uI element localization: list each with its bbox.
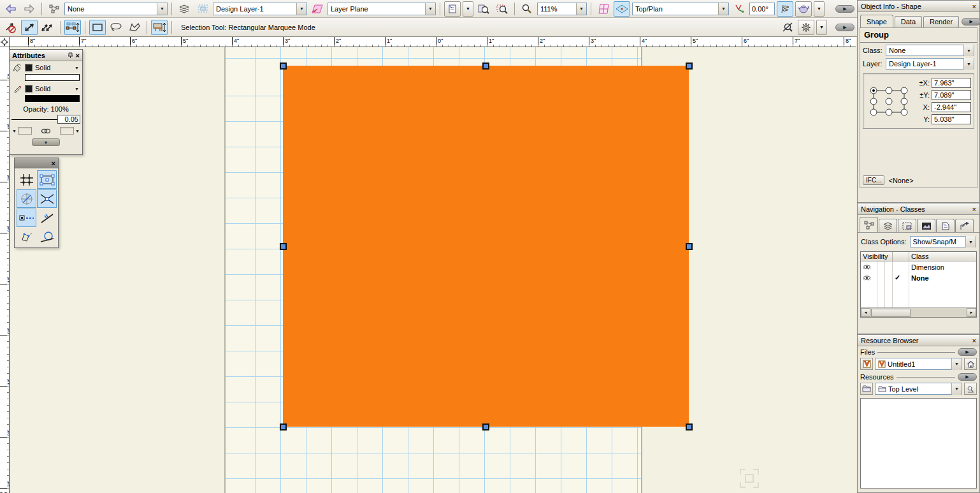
file-dropdown[interactable]: Untitled1 ▼ bbox=[875, 358, 962, 370]
tool-preferences-dropdown[interactable]: ▼ bbox=[816, 20, 827, 35]
end-marker-box[interactable] bbox=[60, 127, 74, 135]
resource-list[interactable] bbox=[860, 398, 977, 489]
nav-tab-classes[interactable] bbox=[860, 217, 878, 232]
line-weight-row[interactable]: 0.05 bbox=[10, 114, 82, 124]
close-icon[interactable]: × bbox=[972, 205, 976, 213]
chevron-down-icon[interactable]: ▼ bbox=[157, 3, 167, 15]
zoom-level-dropdown[interactable]: 111% ▼ bbox=[537, 3, 587, 15]
active-class-check[interactable] bbox=[893, 261, 909, 272]
chevron-down-icon[interactable]: ▼ bbox=[951, 383, 962, 395]
pin-icon[interactable] bbox=[68, 52, 73, 59]
chevron-down-icon[interactable]: ▼ bbox=[576, 3, 586, 15]
pen-color-swatch[interactable] bbox=[25, 85, 32, 92]
active-class-dropdown[interactable]: None ▼ bbox=[64, 3, 168, 15]
home-button[interactable] bbox=[964, 358, 977, 370]
visibility-column-header[interactable]: Visibility bbox=[861, 252, 893, 261]
snap-to-tangent-button[interactable] bbox=[37, 228, 57, 246]
interactive-scaling-mode[interactable] bbox=[40, 20, 56, 35]
layer-plane-mode-button[interactable] bbox=[777, 1, 793, 17]
nav-tab-references[interactable] bbox=[955, 219, 974, 232]
fit-page-button[interactable] bbox=[444, 1, 461, 17]
close-icon[interactable]: × bbox=[972, 337, 976, 344]
dy-input[interactable]: 7.089" bbox=[932, 90, 971, 100]
start-marker-box[interactable] bbox=[18, 127, 32, 135]
chevron-down-icon[interactable]: ▼ bbox=[963, 45, 974, 56]
render-mode-button[interactable] bbox=[795, 1, 812, 17]
chevron-down-icon[interactable]: ▼ bbox=[75, 87, 79, 91]
dx-input[interactable]: 7.963" bbox=[932, 78, 971, 88]
view-dropdown[interactable]: Top/Plan ▼ bbox=[632, 3, 729, 15]
snapping-palette-titlebar[interactable]: × bbox=[15, 158, 58, 168]
palette-expand-button[interactable]: ▼ bbox=[32, 138, 60, 146]
classes-hscrollbar[interactable]: ◄ ► bbox=[861, 307, 976, 317]
snap-to-distance-button[interactable] bbox=[17, 209, 36, 227]
link-markers-icon[interactable] bbox=[33, 128, 59, 134]
active-class-check[interactable]: ✓ bbox=[893, 272, 909, 283]
polygon-marquee-mode[interactable] bbox=[126, 20, 143, 35]
unified-view-button[interactable] bbox=[614, 1, 630, 17]
drawing-canvas[interactable] bbox=[10, 47, 856, 493]
horizontal-ruler[interactable]: 8"7"6"5"4"3"2"1"0"1"2"3"4"5"6"7"8" bbox=[10, 37, 856, 47]
smart-points-button[interactable] bbox=[17, 228, 36, 246]
close-icon[interactable]: × bbox=[52, 159, 55, 167]
chevron-down-icon[interactable]: ▼ bbox=[718, 3, 728, 15]
class-table-row[interactable]: Dimension bbox=[861, 261, 976, 272]
visibility-cell[interactable] bbox=[877, 261, 885, 272]
selection-handle-middle-left[interactable] bbox=[280, 243, 287, 250]
rectangular-marquee-mode[interactable] bbox=[89, 20, 106, 35]
tabs-overflow-button[interactable]: ▶ bbox=[962, 18, 980, 26]
resource-folder-dropdown[interactable]: Top Level ▼ bbox=[875, 383, 962, 395]
chevron-down-icon[interactable]: ▼ bbox=[425, 3, 435, 15]
interactive-scaling-all-mode[interactable] bbox=[151, 20, 168, 35]
zoom-marquee-icon[interactable] bbox=[494, 1, 510, 17]
selection-handle-top-right[interactable] bbox=[686, 63, 693, 70]
visibility-eye-icon[interactable] bbox=[861, 272, 877, 283]
class-name[interactable]: Dimension bbox=[909, 261, 976, 272]
selection-handle-top-left[interactable] bbox=[280, 63, 287, 70]
resource-browser-titlebar[interactable]: Resource Browser × bbox=[858, 335, 979, 346]
fill-color-swatch[interactable] bbox=[25, 64, 32, 71]
disable-interactive-scaling-mode[interactable] bbox=[3, 20, 19, 35]
file-options-button[interactable] bbox=[860, 358, 873, 370]
interactive-scaling-disabled-mode[interactable] bbox=[21, 20, 38, 35]
class-name[interactable]: None bbox=[909, 272, 976, 283]
snap-to-object-button[interactable] bbox=[37, 170, 57, 189]
snap-to-edge-button[interactable] bbox=[37, 209, 57, 227]
object-class-dropdown[interactable]: None ▼ bbox=[886, 45, 974, 56]
selection-handle-bottom-right[interactable] bbox=[686, 423, 693, 430]
magnifier-disabled-icon[interactable] bbox=[779, 20, 796, 35]
tab-data[interactable]: Data bbox=[895, 16, 922, 27]
chevron-down-icon[interactable]: ▼ bbox=[75, 66, 79, 70]
snap-to-grid-button[interactable] bbox=[17, 170, 36, 189]
fit-page-dropdown[interactable]: ▼ bbox=[463, 1, 473, 17]
visibility-cell[interactable] bbox=[877, 272, 885, 283]
folder-options-button[interactable] bbox=[860, 383, 873, 395]
chevron-down-icon[interactable]: ▼ bbox=[12, 129, 17, 133]
scroll-left-icon[interactable]: ◄ bbox=[861, 308, 870, 317]
selection-handle-top-middle[interactable] bbox=[482, 63, 489, 70]
close-icon[interactable]: × bbox=[972, 3, 976, 10]
visibility-cell[interactable] bbox=[885, 261, 893, 272]
viewport-icon[interactable] bbox=[595, 1, 612, 17]
tab-render[interactable]: Render bbox=[923, 16, 959, 27]
selection-handle-middle-right[interactable] bbox=[686, 243, 693, 250]
fill-style-row[interactable]: Solid ▼ bbox=[10, 61, 82, 74]
files-overflow-button[interactable]: ▶ bbox=[958, 348, 977, 356]
fill-color-preview[interactable] bbox=[25, 74, 80, 81]
selection-handle-bottom-left[interactable] bbox=[280, 423, 287, 430]
x-input[interactable]: -2.944" bbox=[932, 102, 971, 112]
class-column-header[interactable]: Class bbox=[909, 252, 976, 261]
back-button[interactable] bbox=[3, 1, 19, 17]
lasso-marquee-mode[interactable] bbox=[108, 20, 124, 35]
class-options-dropdown[interactable]: Show/Snap/M ▼ bbox=[910, 236, 976, 247]
reshape-mode-button[interactable] bbox=[64, 20, 81, 35]
selection-handle-bottom-middle[interactable] bbox=[482, 423, 489, 430]
selected-group-object[interactable] bbox=[283, 66, 689, 427]
close-icon[interactable]: × bbox=[76, 52, 80, 59]
visibility-cell[interactable] bbox=[885, 272, 893, 283]
object-info-titlebar[interactable]: Object Info - Shape × bbox=[858, 1, 979, 12]
ruler-origin-button[interactable] bbox=[0, 37, 10, 47]
chevron-down-icon[interactable]: ▼ bbox=[965, 236, 976, 247]
pen-style-row[interactable]: Solid ▼ bbox=[10, 82, 82, 95]
pen-color-preview[interactable] bbox=[25, 95, 80, 102]
